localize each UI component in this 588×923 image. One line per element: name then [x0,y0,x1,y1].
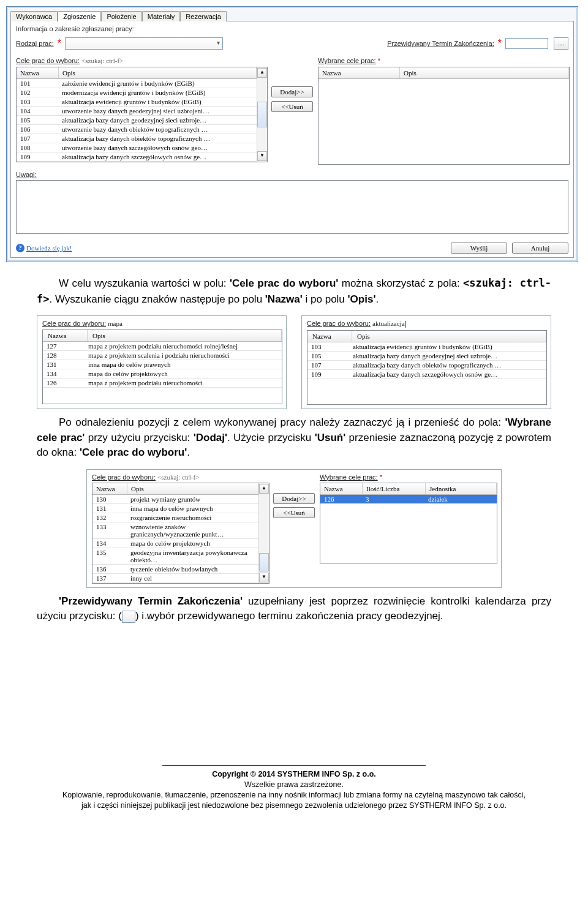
rodzaj-combo[interactable] [65,37,223,50]
table-row: 135geodezyjna inwentaryzacja powykonawcz… [92,548,258,565]
col-opis: Opis [127,483,258,494]
result-table: Nazwa Opis 103aktualizacja ewidencji gru… [307,330,547,405]
col-ilosc: Ilość/Liczba [363,483,426,494]
termin-input[interactable] [505,38,548,49]
col-nazwa[interactable]: Nazwa [318,67,400,78]
table-row: 105aktualizacja bazy danych geodezyjnej … [307,352,546,361]
table-row: 132rozgraniczenie nieruchomości [92,513,258,522]
table-row: 103aktualizacja ewidencji gruntów i budy… [307,342,546,352]
cele-right-table[interactable]: Nazwa Opis [318,67,570,165]
label: Wybrane cele prac: [320,473,378,481]
scroll-up-icon: ▲ [259,484,269,494]
cele-left-label: Cele prac do wyboru: [16,57,80,64]
usun-button: <<Usuń [273,507,315,518]
anuluj-button[interactable]: Anuluj [512,243,568,254]
result-table: Nazwa Opis 127mapa z projektem podziału … [42,330,282,404]
table-row: 101założenie ewidencji gruntów i budynkó… [17,79,257,88]
paragraph: Po odnalezieniu pozycji z celem wykonywa… [37,415,551,461]
disclaimer-line: Kopiowanie, reprodukowanie, tłumaczenie,… [37,790,551,801]
tab-materialy[interactable]: Materiały [142,11,181,21]
search-example-right: Cele prac do wyboru: aktualizacja Nazwa … [301,315,551,409]
required-marker: * [378,57,380,64]
table-row: 131inna mapa do celów prawnych [92,504,258,513]
required-marker: * [498,38,502,49]
required-marker: * [380,473,382,481]
rights: Wszelkie prawa zastrzeżone. [37,780,551,790]
help-icon: ? [16,244,24,252]
scroll-down-icon[interactable]: ▼ [257,151,267,161]
table-row: 128mapa z projektem scalenia i podziału … [43,351,282,360]
search-value: mapa [108,320,123,327]
table-row: 126mapa z projektem podziału nieruchomoś… [43,379,282,388]
date-picker-icon: … [122,611,135,623]
label: Cele prac do wyboru: [92,473,156,481]
table-row: 107aktualizacja bazy danych obiektów top… [307,361,546,370]
search-value: aktualizacja [372,320,405,327]
table-row: 103aktualizacja ewidencji gruntów i budy… [17,97,257,107]
col-nazwa: Nazwa [320,483,363,494]
date-picker-button[interactable]: … [554,37,568,50]
disclaimer-line: jak i części niniejszej publikacji jest … [37,801,551,811]
table-row: 131inna mapa do celów prawnych [43,360,282,369]
table-row: 109aktualizacja bazy danych szczegółowyc… [307,370,546,379]
required-marker: * [58,38,61,49]
col-opis: Opis [88,330,282,341]
tab-zgloszenie[interactable]: Zgłoszenie [58,11,101,21]
table-row: 106utworzenie bazy danych obiektów topog… [17,125,257,134]
footer: Copyright © 2014 SYSTHERM INFO Sp. z o.o… [0,759,588,823]
search-example-left: Cele prac do wyboru: mapa Nazwa Opis 127… [37,315,287,409]
paragraph: 'Przewidywany Termin Zakończenia' uzupeł… [37,594,551,624]
col-opis[interactable]: Opis [400,67,569,78]
cele-right-label: Wybrane cele prac: [318,57,376,64]
termin-label: Przewidywany Termin Zakończenia: [387,40,494,47]
scrollbar[interactable]: ▲ ▼ [257,67,267,162]
scroll-down-icon: ▼ [259,573,269,582]
help-link[interactable]: ? Dowiedz się jak! [16,244,72,252]
tab-wykonawca[interactable]: Wykonawca [10,11,58,21]
left-table: Nazwa Opis 130projekt wymiany gruntów131… [92,483,270,584]
col-jednostka: Jednostka [426,483,497,494]
dialog-window: Wykonawca Zgłoszenie Położenie Materiały… [6,6,578,262]
uwagi-textarea[interactable] [16,180,568,234]
table-row: 137inny cel [92,574,258,583]
col-nazwa: Nazwa [307,331,352,342]
tabs-bar: Wykonawca Zgłoszenie Położenie Materiały… [8,8,576,21]
paragraph: W celu wyszukania wartości w polu: 'Cele… [37,276,551,307]
uwagi-label: Uwagi: [16,171,568,178]
table-row: 133wznowienie znaków granicznych/wyznacz… [92,522,258,539]
tab-rezerwacja[interactable]: Rezerwacja [180,11,226,21]
table-row: 1263działek [320,495,497,503]
search-hint: <szukaj: ctrl-f> [157,473,199,481]
right-table: Nazwa Ilość/Liczba Jednostka 1263działek [320,483,497,563]
col-nazwa: Nazwa [43,330,88,341]
cele-left-table[interactable]: Nazwa Opis 101założenie ewidencji gruntó… [16,67,268,162]
table-row: 136tyczenie obiektów budowlanych [92,565,258,574]
scroll-thumb[interactable] [257,102,267,127]
wyslij-button[interactable]: Wyślij [451,243,507,254]
usun-button[interactable]: <<Usuń [271,101,313,112]
scroll-up-icon[interactable]: ▲ [257,68,267,78]
table-row: 107aktualizacja bazy danych obiektów top… [17,134,257,143]
dodaj-button[interactable]: Dodaj>> [271,86,313,97]
scrollbar: ▲ ▼ [258,483,269,583]
label: Cele prac do wyboru: [42,320,106,327]
rodzaj-label: Rodzaj prac: [16,40,54,47]
copyright: Copyright © 2014 SYSTHERM INFO Sp. z o.o… [212,770,376,778]
table-row: 104utworzenie bazy danych geodezyjnej si… [17,107,257,116]
tab-polozenie[interactable]: Położenie [101,11,141,21]
col-opis: Opis [352,331,546,342]
table-row: 134mapa do celów projektowych [43,369,282,379]
info-label: Informacja o zakresie zgłaszanej pracy: [16,25,568,32]
help-link-label: Dowiedz się jak! [26,244,72,252]
col-nazwa: Nazwa [92,483,127,494]
table-row: 109aktualizacja bazy danych szczegółowyc… [17,153,257,162]
table-row: 130projekt wymiany gruntów [92,495,258,504]
col-opis[interactable]: Opis [59,67,257,78]
dodaj-button: Dodaj>> [273,493,315,504]
table-row: 105aktualizacja bazy danych geodezyjnej … [17,116,257,125]
label: Cele prac do wyboru: [307,320,371,327]
col-nazwa[interactable]: Nazwa [17,67,59,78]
table-row: 127mapa z projektem podziału nieruchomoś… [43,342,282,351]
scroll-thumb [259,553,269,571]
table-row: 102modernizacja ewidencji gruntów i budy… [17,88,257,97]
